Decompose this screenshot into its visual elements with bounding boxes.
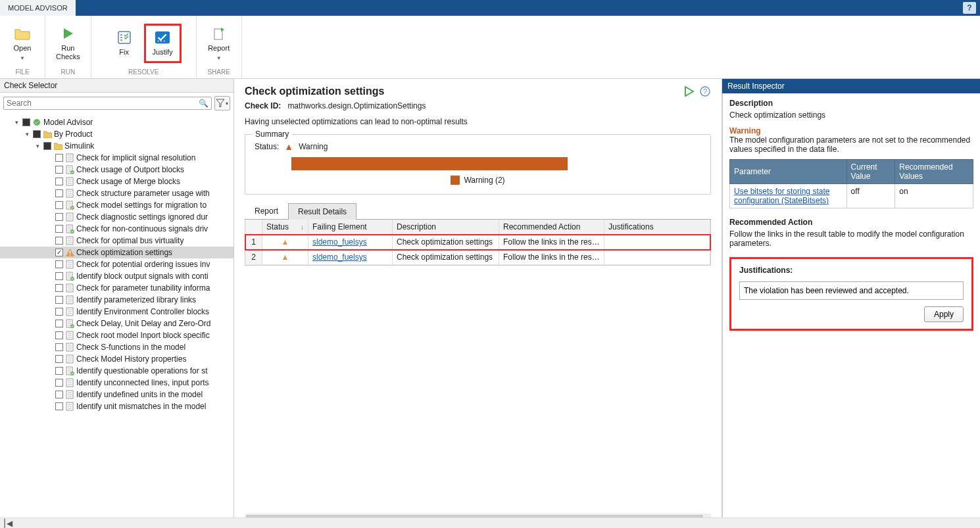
tree-check-item[interactable]: Check diagnostic settings ignored dur (0, 211, 233, 223)
tree-check-item[interactable]: Check usage of Merge blocks (0, 176, 233, 187)
checkbox[interactable] (55, 331, 63, 339)
checkbox[interactable] (55, 308, 63, 316)
search-input[interactable] (7, 99, 199, 108)
run-checks-button[interactable]: Run Checks (49, 22, 87, 65)
filter-button[interactable]: ▼ (214, 96, 230, 110)
justify-button[interactable]: Justify (144, 24, 182, 62)
col-header-action[interactable]: Recommended Action (499, 220, 604, 234)
tree-check-item[interactable]: Check for non-continuous signals driv (0, 223, 233, 235)
rewind-icon[interactable]: ⎮◀ (3, 519, 12, 528)
checkbox[interactable] (43, 142, 51, 150)
open-dropdown-icon[interactable]: ▼ (20, 55, 25, 61)
checkbox[interactable] (55, 249, 63, 256)
ribbon-tab-modeladvisor[interactable]: MODEL ADVISOR (0, 0, 76, 16)
col-header-failing[interactable]: Failing Element (308, 220, 393, 234)
tree-check-item[interactable]: Check for parameter tunability informa (0, 282, 233, 294)
checkbox[interactable] (55, 225, 63, 233)
tree-check-item[interactable]: Check Model History properties (0, 353, 233, 365)
warning-icon: ▲ (282, 237, 289, 247)
checkbox[interactable] (55, 343, 63, 351)
failing-element-link[interactable]: sldemo_fuelsys (312, 237, 367, 247)
checkbox[interactable] (55, 379, 63, 387)
checkbox[interactable] (55, 355, 63, 363)
search-icon[interactable]: 🔍 (199, 99, 208, 108)
tree-scroll[interactable]: ▾ Model Advisor ▾ By Product ▾ Simulink (0, 114, 233, 517)
result-tabbar: Report Result Details (245, 203, 711, 220)
report-dropdown-icon[interactable]: ▼ (216, 55, 222, 61)
tree-check-item[interactable]: Identify questionable operations for st (0, 365, 233, 377)
col-header-status[interactable]: Status↓ (262, 220, 308, 234)
checkbox[interactable] (55, 178, 63, 185)
col-header-justifications[interactable]: Justifications (604, 220, 710, 234)
tree-check-item[interactable]: Identify unconnected lines, input ports (0, 377, 233, 389)
search-box[interactable]: 🔍 (3, 97, 212, 110)
table-row[interactable]: 2▲sldemo_fuelsysCheck optimization setti… (245, 250, 710, 265)
tree-check-item[interactable]: Check for optimal bus virtuality (0, 235, 233, 247)
tree-check-item[interactable]: Check Delay, Unit Delay and Zero-Ord (0, 318, 233, 329)
checkbox[interactable] (55, 213, 63, 221)
param-link[interactable]: Use bitsets for storing state configurat… (734, 187, 829, 205)
table-row[interactable]: 1▲sldemo_fuelsysCheck optimization setti… (245, 235, 710, 250)
checkbox[interactable] (55, 284, 63, 292)
collapse-icon[interactable]: ▾ (34, 143, 41, 150)
checkbox[interactable] (33, 130, 41, 138)
run-check-icon[interactable] (683, 85, 695, 97)
checkbox[interactable] (55, 391, 63, 398)
tree-check-item[interactable]: Check root model Inport block specific (0, 329, 233, 341)
tree-simulink[interactable]: ▾ Simulink (0, 140, 233, 152)
legend-swatch-warning (451, 176, 460, 185)
tree-check-item[interactable]: Check for potential ordering issues inv (0, 258, 233, 270)
document-icon (65, 260, 74, 269)
failing-element-link[interactable]: sldemo_fuelsys (312, 252, 367, 262)
row-justification (604, 250, 710, 264)
checkbox[interactable] (55, 201, 63, 209)
checkbox[interactable] (55, 402, 63, 410)
help-icon[interactable]: ? (963, 2, 976, 14)
tree-check-item[interactable]: Identify unit mismatches in the model (0, 400, 233, 412)
tree-check-item[interactable]: Identify parameterized library links (0, 294, 233, 306)
col-header-description[interactable]: Description (393, 220, 499, 234)
collapse-icon[interactable]: ▾ (13, 119, 20, 126)
collapse-icon[interactable]: ▾ (24, 131, 31, 138)
tree-check-item[interactable]: Identify Environment Controller blocks (0, 306, 233, 318)
checkbox[interactable] (22, 118, 30, 126)
tree-item-label: Identify block output signals with conti (76, 272, 208, 281)
checkbox[interactable] (55, 367, 63, 375)
col-header-idx[interactable] (245, 220, 262, 234)
checkbox[interactable] (55, 260, 63, 268)
titlebar-spacer (76, 0, 959, 16)
tree-check-item[interactable]: Check S-functions in the model (0, 341, 233, 353)
fix-button[interactable]: Fix (106, 26, 143, 60)
tree-by-product[interactable]: ▾ By Product (0, 128, 233, 140)
tree-check-item[interactable]: Check model settings for migration to (0, 199, 233, 211)
tree-check-item[interactable]: Check optimization settings (0, 247, 233, 258)
checkbox[interactable] (55, 154, 63, 162)
checkbox[interactable] (55, 166, 63, 174)
tree-check-item[interactable]: Identify undefined units in the model (0, 389, 233, 400)
checkbox[interactable] (55, 296, 63, 304)
tab-result-details[interactable]: Result Details (288, 203, 356, 220)
tree-check-item[interactable]: Identify block output signals with conti (0, 270, 233, 282)
row-failing: sldemo_fuelsys (308, 235, 393, 249)
tree-item-label: Check structure parameter usage with (76, 189, 210, 198)
open-button[interactable]: Open ▼ (4, 22, 41, 65)
justification-input[interactable] (739, 281, 964, 300)
apply-button[interactable]: Apply (924, 306, 964, 322)
tab-report[interactable]: Report (245, 203, 288, 219)
checkbox[interactable] (55, 189, 63, 197)
document-icon (65, 189, 74, 198)
tree-root[interactable]: ▾ Model Advisor (0, 116, 233, 128)
tree-item-label: Check usage of Outport blocks (76, 165, 184, 174)
warning-progress-bar (291, 157, 568, 170)
search-row: 🔍 ▼ (0, 93, 233, 114)
tree-check-item[interactable]: Check for implicit signal resolution (0, 152, 233, 164)
checkbox[interactable] (55, 320, 63, 327)
report-button[interactable]: Report ▼ (201, 22, 237, 65)
checkbox[interactable] (55, 272, 63, 280)
help-icon[interactable]: ? (699, 85, 711, 97)
center-header: Check optimization settings ? (245, 85, 711, 101)
tree-item-label: Check Delay, Unit Delay and Zero-Ord (76, 319, 211, 328)
checkbox[interactable] (55, 237, 63, 245)
tree-check-item[interactable]: Check structure parameter usage with (0, 187, 233, 199)
tree-check-item[interactable]: Check usage of Outport blocks (0, 164, 233, 176)
